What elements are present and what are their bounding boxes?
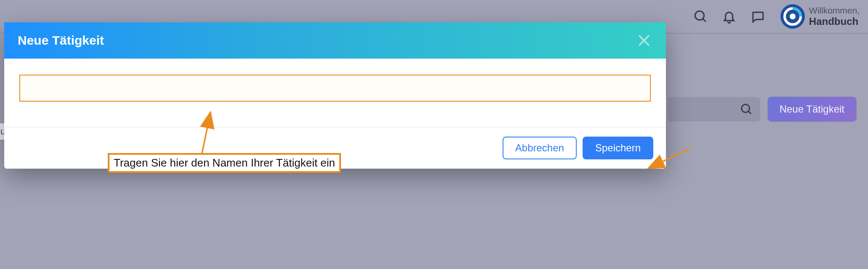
dialog-header: Neue Tätigkeit [4, 22, 666, 59]
activity-name-input[interactable] [19, 75, 651, 102]
svg-point-0 [695, 11, 704, 20]
annotation-input-hint: Tragen Sie hier den Namen Ihrer Tätigkei… [108, 153, 341, 173]
user-greeting: Willkommen, [809, 5, 860, 16]
search-icon[interactable] [690, 6, 711, 27]
chat-icon[interactable] [748, 6, 768, 27]
dialog-body [4, 59, 666, 127]
bell-icon[interactable] [719, 6, 739, 27]
close-icon[interactable] [636, 33, 652, 48]
page-search[interactable] [668, 97, 760, 121]
new-activity-button[interactable]: Neue Tätigkeit [768, 97, 856, 121]
cancel-button[interactable]: Abbrechen [503, 137, 577, 159]
page-toolbar: Neue Tätigkeit [668, 97, 856, 121]
dialog-title: Neue Tätigkeit [18, 33, 104, 48]
user-menu[interactable]: Willkommen, Handbuch [776, 3, 864, 30]
svg-point-5 [741, 105, 749, 113]
svg-line-6 [748, 111, 751, 114]
user-name: Handbuch [809, 16, 860, 28]
svg-line-1 [703, 19, 706, 22]
save-button[interactable]: Speichern [583, 137, 653, 159]
new-activity-dialog: Neue Tätigkeit Abbrechen Speichern [4, 22, 666, 169]
avatar [780, 4, 805, 29]
svg-point-4 [790, 13, 796, 19]
